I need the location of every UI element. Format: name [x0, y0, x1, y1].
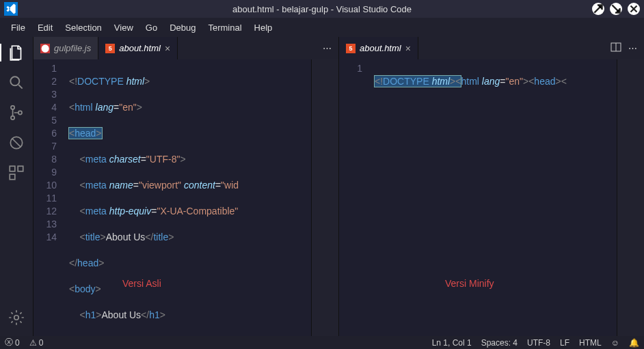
svg-point-3 [18, 111, 22, 114]
split-editor-icon[interactable] [611, 42, 621, 55]
menu-terminal[interactable]: Terminal [202, 21, 247, 34]
line-gutter: 1234567891011121314 [33, 59, 65, 336]
more-actions-icon[interactable]: ⋯ [628, 43, 637, 53]
status-bell-icon[interactable]: 🔔 [624, 338, 644, 348]
menu-go[interactable]: Go [140, 21, 163, 34]
tab-label: about.html [119, 43, 161, 53]
tab-label: about.html [360, 43, 401, 53]
line-gutter: 1 [339, 59, 371, 336]
activity-bar [0, 37, 33, 336]
menu-edit[interactable]: Edit [32, 21, 58, 34]
tab-bar-right: 5 about.html × ⋯ [339, 37, 644, 59]
svg-point-1 [11, 106, 14, 109]
minimap[interactable] [617, 59, 644, 336]
status-eol[interactable]: LF [555, 338, 574, 348]
menu-debug[interactable]: Debug [164, 21, 201, 34]
debug-icon[interactable] [8, 134, 25, 152]
html5-icon: 5 [346, 44, 355, 53]
extensions-icon[interactable] [8, 164, 25, 182]
settings-icon[interactable] [8, 309, 25, 326]
overlay-versi-minify: Versi Minify [445, 278, 494, 289]
status-ln-col[interactable]: Ln 1, Col 1 [427, 338, 477, 348]
editor-pane-right: 5 about.html × ⋯ 1 <!DOCTYPE html><html … [338, 37, 644, 336]
menu-selection[interactable]: Selection [59, 21, 107, 34]
tab-label: gulpfile.js [54, 43, 91, 53]
vscode-icon [4, 2, 18, 16]
html5-icon: 5 [105, 44, 115, 53]
code-editor-left[interactable]: <!DOCTYPE html> <html lang="en"> <head> … [65, 59, 311, 336]
close-tab-icon[interactable]: × [405, 43, 411, 54]
svg-point-8 [14, 316, 19, 320]
svg-rect-7 [10, 174, 15, 180]
menu-file[interactable]: File [5, 21, 31, 34]
window-title: about.html - belajar-gulp - Visual Studi… [232, 4, 412, 14]
status-encoding[interactable]: UTF-8 [522, 338, 555, 348]
status-spaces[interactable]: Spaces: 4 [477, 338, 522, 348]
error-icon: ⓧ [5, 337, 13, 348]
maximize-button[interactable] [610, 3, 622, 15]
close-tab-icon[interactable]: × [165, 43, 170, 54]
status-errors[interactable]: ⓧ0 [0, 337, 25, 348]
source-control-icon[interactable] [8, 104, 25, 122]
svg-point-2 [11, 116, 14, 120]
close-button[interactable] [628, 3, 640, 15]
status-feedback-icon[interactable]: ☺ [606, 338, 624, 348]
status-language[interactable]: HTML [574, 338, 606, 348]
tab-bar-left: ⬤ gulpfile.js 5 about.html × ⋯ [33, 37, 338, 59]
gulp-file-icon: ⬤ [40, 44, 50, 53]
tab-about-left[interactable]: 5 about.html × [98, 37, 178, 59]
titlebar: about.html - belajar-gulp - Visual Studi… [0, 0, 644, 18]
explorer-icon[interactable] [8, 44, 25, 61]
search-icon[interactable] [8, 74, 25, 92]
status-bar: ⓧ0 ⚠0 Ln 1, Col 1 Spaces: 4 UTF-8 LF HTM… [0, 336, 644, 349]
svg-rect-5 [10, 166, 15, 171]
svg-point-0 [10, 76, 19, 85]
tab-about-right[interactable]: 5 about.html × [339, 37, 418, 59]
more-actions-icon[interactable]: ⋯ [323, 43, 332, 53]
menubar: File Edit Selection View Go Debug Termin… [0, 18, 644, 37]
svg-rect-6 [18, 166, 23, 171]
tab-gulpfile[interactable]: ⬤ gulpfile.js [33, 37, 98, 59]
warning-icon: ⚠ [29, 338, 37, 348]
code-editor-right[interactable]: <!DOCTYPE html><html lang="en"><head>< [371, 59, 617, 336]
minimap[interactable] [311, 59, 338, 336]
overlay-versi-asli: Versi Asli [122, 278, 161, 289]
status-warnings[interactable]: ⚠0 [25, 338, 49, 348]
editor-pane-left: ⬤ gulpfile.js 5 about.html × ⋯ 123456789… [33, 37, 338, 336]
menu-view[interactable]: View [109, 21, 139, 34]
minimize-button[interactable] [592, 3, 604, 15]
menu-help[interactable]: Help [249, 21, 278, 34]
